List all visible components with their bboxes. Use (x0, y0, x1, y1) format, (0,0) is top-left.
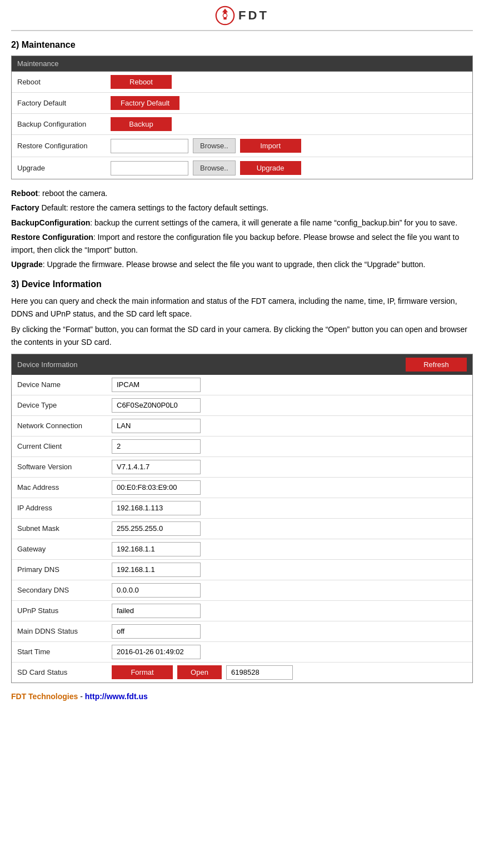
subnet-mask-value: 255.255.255.0 (112, 521, 201, 536)
subnet-mask-row: Subnet Mask 255.255.255.0 (12, 519, 472, 539)
maintenance-title: 2) Maintenance (11, 40, 473, 50)
current-client-value: 2 (112, 439, 201, 454)
start-time-label: Start Time (17, 648, 106, 656)
sd-format-button[interactable]: Format (112, 665, 173, 679)
backup-config-label: Backup Configuration (17, 120, 106, 128)
maintenance-descriptions: Reboot: reboot the camera. Factory Defau… (11, 187, 473, 270)
logo: FDT (215, 6, 269, 26)
ip-address-value: 192.168.1.113 (112, 501, 201, 515)
upnp-status-label: UPnP Status (17, 606, 106, 615)
primary-dns-value: 192.168.1.1 (112, 563, 201, 577)
factory-default-row: Factory Default Factory Default (12, 93, 472, 114)
sd-space-value: 6198528 (226, 665, 293, 680)
reboot-desc-bold: Reboot (11, 189, 38, 198)
device-intro-1: Here you can query and check the main in… (11, 295, 473, 320)
footer-link[interactable]: http://www.fdt.us (85, 692, 148, 701)
factory-default-label: Factory Default (17, 99, 106, 107)
maintenance-section: 2) Maintenance Maintenance Reboot Reboot… (11, 40, 473, 270)
device-info-panel-body: Device Name IPCAM Device Type C6F0SeZ0N0… (12, 375, 472, 683)
backup-desc-text: : backup the current settings of the cam… (90, 218, 457, 227)
mac-address-row: Mac Address 00:E0:F8:03:E9:00 (12, 478, 472, 498)
factory-default-button[interactable]: Factory Default (111, 96, 179, 110)
maintenance-panel: Maintenance Reboot Reboot Factory Defaul… (11, 56, 473, 179)
device-type-value: C6F0SeZ0N0P0L0 (112, 398, 201, 413)
start-time-value: 2016-01-26 01:49:02 (112, 645, 201, 659)
reboot-row: Reboot Reboot (12, 72, 472, 93)
network-connection-row: Network Connection LAN (12, 416, 472, 436)
ip-address-row: IP Address 192.168.1.113 (12, 498, 472, 519)
reboot-button[interactable]: Reboot (111, 75, 172, 89)
device-intro-2: By clicking the “Format” button, you can… (11, 323, 473, 348)
upgrade-desc-text: : Upgrade the firmware. Please browse an… (43, 260, 426, 269)
device-name-value: IPCAM (112, 378, 201, 392)
restore-desc: Restore Configuration: Import and restor… (11, 231, 473, 256)
restore-browse-button[interactable]: Browse.. (193, 138, 236, 153)
sd-open-button[interactable]: Open (177, 665, 222, 679)
device-name-label: Device Name (17, 380, 106, 389)
backup-desc: BackupConfiguration: backup the current … (11, 217, 473, 229)
backup-config-row: Backup Configuration Backup (12, 114, 472, 135)
sd-card-row: SD Card Status Format Open 6198528 (12, 663, 472, 683)
factory-desc: Factory Default: restore the camera sett… (11, 202, 473, 214)
mac-address-value: 00:E0:F8:03:E9:00 (112, 480, 201, 495)
secondary-dns-label: Secondary DNS (17, 586, 106, 594)
upgrade-desc: Upgrade: Upgrade the firmware. Please br… (11, 258, 473, 270)
current-client-label: Current Client (17, 442, 106, 450)
device-info-title: 3) Device Information (11, 279, 473, 289)
svg-point-3 (223, 13, 227, 17)
upnp-status-value: failed (112, 604, 201, 618)
primary-dns-row: Primary DNS 192.168.1.1 (12, 560, 472, 580)
upnp-status-row: UPnP Status failed (12, 601, 472, 621)
upgrade-file-input[interactable] (111, 161, 188, 175)
logo-text: FDT (238, 8, 269, 23)
import-button[interactable]: Import (240, 139, 301, 153)
backup-desc-bold: BackupConfiguration (11, 218, 90, 227)
mac-address-label: Mac Address (17, 483, 106, 491)
ip-address-label: IP Address (17, 504, 106, 512)
ddns-status-label: Main DDNS Status (17, 627, 106, 635)
footer-brand: FDT Technologies (11, 692, 78, 701)
backup-button[interactable]: Backup (111, 117, 172, 131)
page-header: FDT (11, 6, 473, 31)
device-type-label: Device Type (17, 401, 106, 409)
network-connection-value: LAN (112, 419, 201, 433)
secondary-dns-row: Secondary DNS 0.0.0.0 (12, 580, 472, 601)
device-name-row: Device Name IPCAM (12, 375, 472, 395)
maintenance-panel-body: Reboot Reboot Factory Default Factory De… (12, 72, 472, 179)
upgrade-button[interactable]: Upgrade (240, 161, 301, 175)
ddns-status-row: Main DDNS Status off (12, 621, 472, 642)
restore-config-row: Restore Configuration Browse.. Import (12, 135, 472, 157)
device-info-section: 3) Device Information Here you can query… (11, 279, 473, 683)
reboot-desc: Reboot: reboot the camera. (11, 187, 473, 199)
gateway-row: Gateway 192.168.1.1 (12, 539, 472, 560)
current-client-row: Current Client 2 (12, 436, 472, 457)
restore-desc-bold: Restore Configuration (11, 233, 93, 242)
primary-dns-label: Primary DNS (17, 565, 106, 574)
sd-card-label: SD Card Status (17, 668, 106, 676)
refresh-button[interactable]: Refresh (406, 358, 467, 372)
software-version-value: V7.1.4.1.7 (112, 460, 201, 474)
footer: FDT Technologies - http://www.fdt.us (11, 692, 473, 701)
gateway-value: 192.168.1.1 (112, 542, 201, 556)
upgrade-row: Upgrade Browse.. Upgrade (12, 157, 472, 179)
factory-desc-bold: Factory (11, 203, 39, 212)
network-connection-label: Network Connection (17, 422, 106, 430)
upgrade-browse-button[interactable]: Browse.. (193, 160, 236, 175)
factory-desc-text: Default: restore the camera settings to … (39, 203, 268, 212)
restore-config-label: Restore Configuration (17, 142, 106, 150)
upgrade-label: Upgrade (17, 164, 106, 172)
fdt-logo-icon (215, 6, 235, 26)
start-time-row: Start Time 2016-01-26 01:49:02 (12, 642, 472, 663)
secondary-dns-value: 0.0.0.0 (112, 583, 201, 598)
footer-separator: - (80, 692, 83, 701)
restore-file-input[interactable] (111, 139, 188, 153)
sd-card-controls: Format Open 6198528 (112, 665, 293, 680)
reboot-desc-text: : reboot the camera. (38, 189, 107, 198)
reboot-label: Reboot (17, 78, 106, 86)
maintenance-panel-header: Maintenance (12, 56, 472, 72)
device-type-row: Device Type C6F0SeZ0N0P0L0 (12, 395, 472, 416)
software-version-label: Software Version (17, 463, 106, 471)
ddns-status-value: off (112, 624, 201, 639)
gateway-label: Gateway (17, 545, 106, 553)
upgrade-desc-bold: Upgrade (11, 260, 43, 269)
